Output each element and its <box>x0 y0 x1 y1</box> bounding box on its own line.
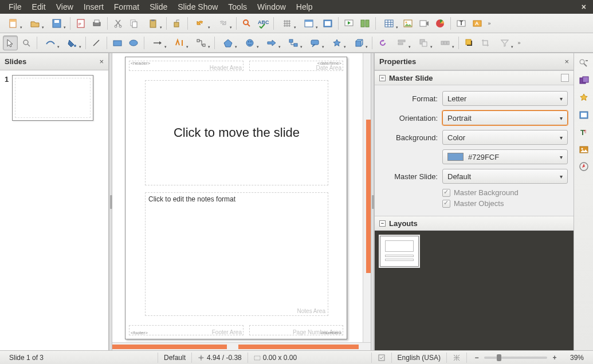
insert-textbox-button[interactable]: T <box>454 16 469 31</box>
sidebar-tab-styles[interactable]: T¶ <box>577 125 591 139</box>
sidebar-tab-animation[interactable] <box>577 91 591 105</box>
menu-window[interactable]: Window <box>252 1 291 13</box>
insert-fontwork-button[interactable]: A <box>470 16 485 31</box>
start-current-button[interactable] <box>358 16 372 31</box>
clone-formatting-button[interactable] <box>170 16 184 31</box>
rectangle-tool[interactable] <box>110 35 125 50</box>
ellipse-tool[interactable] <box>126 35 141 50</box>
menu-slideshow[interactable]: Slide Show <box>172 1 223 13</box>
menu-tools[interactable]: Tools <box>223 1 252 13</box>
distribute-button[interactable] <box>435 35 455 50</box>
menu-insert[interactable]: Insert <box>78 1 109 13</box>
undo-button[interactable] <box>191 16 211 31</box>
sidebar-tab-master-slides[interactable] <box>577 108 591 122</box>
select-tool[interactable] <box>3 35 18 50</box>
paste-button[interactable] <box>143 16 163 31</box>
symbol-shapes-tool[interactable] <box>239 35 260 50</box>
curve-tool[interactable] <box>169 35 190 50</box>
insert-chart-button[interactable] <box>433 16 447 31</box>
footer-placeholder[interactable]: <footer> Footer Area <box>129 325 244 335</box>
master-slide-button[interactable] <box>320 16 335 31</box>
zoom-tool[interactable] <box>19 35 34 50</box>
zoom-in-button[interactable]: + <box>551 354 559 362</box>
section-more-icon[interactable] <box>561 74 569 82</box>
status-language-cell[interactable]: English (USA) <box>392 353 447 363</box>
toolbar-overflow-2[interactable]: » <box>515 40 523 46</box>
datetime-placeholder[interactable]: <date/time> Date Area <box>249 61 343 71</box>
arrow-tool[interactable] <box>147 35 168 50</box>
zoom-control[interactable]: − + <box>467 353 564 363</box>
master-background-check[interactable]: Master Background <box>442 188 568 197</box>
collapse-icon[interactable]: − <box>379 75 386 81</box>
slide-placeholder[interactable]: Click to move the slide <box>145 80 328 185</box>
menu-format[interactable]: Format <box>109 1 144 13</box>
zoom-value[interactable]: 39% <box>564 353 590 363</box>
find-replace-button[interactable] <box>239 16 254 31</box>
background-color-combo[interactable]: #729FCF <box>442 149 568 164</box>
menu-file[interactable]: File <box>3 1 27 13</box>
block-arrows-tool[interactable] <box>261 35 282 50</box>
notes-page[interactable]: <header> Header Area <date/time> Date Ar… <box>125 57 347 339</box>
shadow-button[interactable] <box>462 35 477 50</box>
layout-option-1[interactable] <box>380 236 418 266</box>
rotate-button[interactable] <box>375 35 390 50</box>
header-placeholder[interactable]: <header> Header Area <box>129 61 244 71</box>
export-pdf-button[interactable]: P <box>73 16 88 31</box>
notes-placeholder[interactable]: Click to edit the notes format Notes Are… <box>145 192 328 316</box>
master-slide-combo[interactable]: Default <box>442 169 568 184</box>
menu-edit[interactable]: Edit <box>27 1 51 13</box>
cut-button[interactable] <box>111 16 125 31</box>
slide-thumbnail[interactable] <box>12 75 93 121</box>
fill-color-button[interactable] <box>62 35 83 50</box>
insert-table-button[interactable] <box>379 16 399 31</box>
status-fit-cell[interactable] <box>447 353 467 363</box>
crop-button[interactable] <box>478 35 493 50</box>
sidebar-tab-navigator[interactable] <box>577 160 591 173</box>
insert-av-button[interactable] <box>417 16 431 31</box>
stars-tool[interactable] <box>327 35 347 50</box>
slide-thumb-1[interactable]: 1 <box>5 75 104 121</box>
insert-image-button[interactable] <box>400 16 415 31</box>
properties-close[interactable]: × <box>564 57 569 66</box>
save-button[interactable] <box>46 16 67 31</box>
line-tool[interactable] <box>89 35 104 50</box>
copy-button[interactable] <box>127 16 142 31</box>
sidebar-tab-slide-transition[interactable] <box>577 74 591 88</box>
orientation-combo[interactable]: Portrait <box>442 110 568 125</box>
redo-button[interactable] <box>213 16 233 31</box>
splitter-right[interactable] <box>371 53 374 350</box>
grid-button[interactable] <box>277 16 297 31</box>
background-combo[interactable]: Color <box>442 130 568 145</box>
slides-panel-close[interactable]: × <box>99 57 104 66</box>
menu-view[interactable]: View <box>51 1 78 13</box>
pagenumber-placeholder[interactable]: <number> Page Number Area <box>249 325 343 335</box>
spellcheck-button[interactable]: ABC <box>256 16 270 31</box>
master-slide-section-header[interactable]: − Master Slide <box>375 70 574 85</box>
zoom-slider[interactable] <box>484 357 547 359</box>
start-slideshow-button[interactable] <box>341 16 356 31</box>
horizontal-scrollbar[interactable] <box>112 342 371 350</box>
3d-tool[interactable] <box>348 35 369 50</box>
new-button[interactable] <box>3 16 23 31</box>
master-objects-check[interactable]: Master Objects <box>442 199 568 208</box>
print-button[interactable] <box>89 16 104 31</box>
align-button[interactable] <box>391 35 412 50</box>
open-button[interactable] <box>25 16 45 31</box>
filter-button[interactable] <box>494 35 515 50</box>
menu-help[interactable]: Help <box>291 1 318 13</box>
connector-tool[interactable] <box>191 35 211 50</box>
zoom-view-button[interactable] <box>299 16 319 31</box>
sidebar-tab-gallery[interactable] <box>577 143 591 156</box>
layouts-section-header[interactable]: − Layouts <box>375 216 574 231</box>
sidebar-tab-properties[interactable] <box>577 57 591 70</box>
zoom-out-button[interactable]: − <box>473 354 481 362</box>
window-close-button[interactable]: × <box>578 2 590 11</box>
collapse-icon[interactable]: − <box>379 220 386 227</box>
status-signature-cell[interactable] <box>372 353 392 363</box>
toolbar-overflow-1[interactable]: » <box>485 21 493 26</box>
flowchart-tool[interactable] <box>283 35 304 50</box>
arrange-button[interactable] <box>413 35 434 50</box>
basic-shapes-tool[interactable] <box>218 35 238 50</box>
slides-list[interactable]: 1 <box>0 70 108 350</box>
callout-tool[interactable] <box>305 35 325 50</box>
